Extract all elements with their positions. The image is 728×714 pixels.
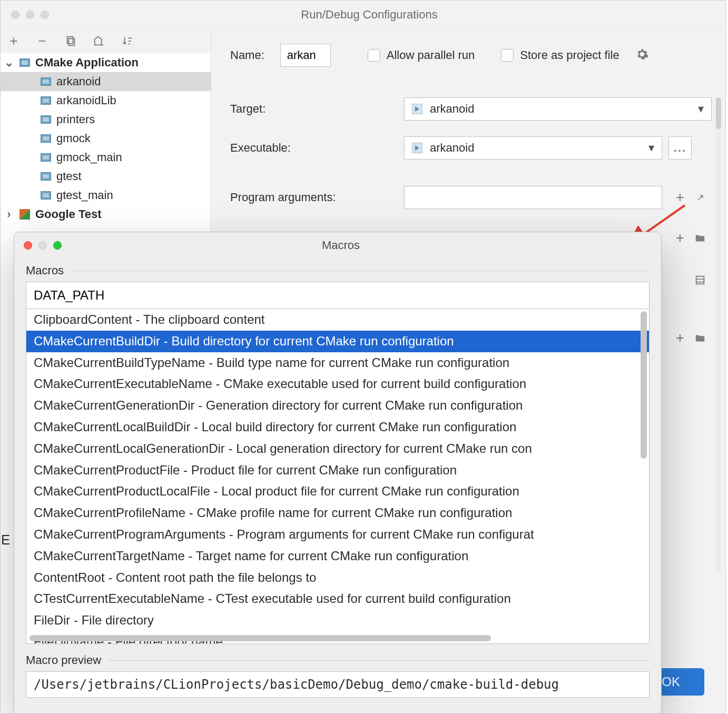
config-icon <box>41 172 51 181</box>
chevron-right-icon: › <box>4 207 14 221</box>
gear-icon[interactable] <box>635 47 649 64</box>
window-controls <box>11 11 49 19</box>
browse-folder-button-2[interactable] <box>688 326 712 350</box>
target-select[interactable]: arkanoid ▾ <box>404 97 712 121</box>
target-label: Target: <box>230 102 404 116</box>
tree-group-label: Google Test <box>35 207 102 221</box>
fg-titlebar: Macros <box>14 232 661 259</box>
macro-list-item[interactable]: ContentRoot - Content root path the file… <box>26 567 649 589</box>
config-icon <box>41 115 51 124</box>
browse-executable-button[interactable]: ... <box>668 136 692 160</box>
chevron-down-icon: ⌄ <box>4 56 14 70</box>
tree-item-arkanoidLib[interactable]: arkanoidLib <box>1 91 211 110</box>
tree-item-gtest_main[interactable]: gtest_main <box>1 186 211 205</box>
tree-group-label: CMake Application <box>35 56 139 70</box>
macro-preview-value: /Users/jetbrains/CLionProjects/basicDemo… <box>26 671 650 698</box>
macro-search-input[interactable] <box>26 282 650 309</box>
config-icon <box>41 191 51 200</box>
program-arguments-input[interactable] <box>404 186 662 209</box>
add-config-icon[interactable] <box>7 34 21 48</box>
copy-config-icon[interactable] <box>64 34 77 48</box>
chevron-down-icon: ▾ <box>698 102 704 116</box>
sidebar-toolbar <box>1 29 211 53</box>
macro-list-item[interactable]: CMakeCurrentBuildDir - Build directory f… <box>26 331 649 352</box>
macros-list[interactable]: ClipboardContent - The clipboard content… <box>26 309 650 644</box>
remove-config-icon[interactable] <box>35 34 49 48</box>
macro-list-item[interactable]: CMakeCurrentExecutableName - CMake execu… <box>26 373 649 395</box>
name-label: Name: <box>230 48 264 62</box>
tree-item-label: printers <box>56 113 95 126</box>
config-icon <box>41 77 51 86</box>
tree-group-cmake[interactable]: ⌄ CMake Application <box>1 53 211 72</box>
config-icon <box>41 153 51 162</box>
svg-rect-0 <box>67 37 73 44</box>
tree-item-label: gmock_main <box>56 151 122 164</box>
tree-item-label: arkanoid <box>56 75 101 88</box>
browse-folder-button[interactable] <box>688 226 712 250</box>
tree-item-label: gtest <box>56 170 82 183</box>
tree-item-gmock[interactable]: gmock <box>1 129 211 148</box>
macro-list-item[interactable]: CTestCurrentExecutableName - CTest execu… <box>26 588 649 610</box>
executable-label: Executable: <box>230 141 404 155</box>
name-input[interactable] <box>280 44 331 67</box>
macro-preview-label: Macro preview <box>26 653 650 667</box>
tree-item-arkanoid[interactable]: arkanoid <box>1 72 211 91</box>
bg-titlebar: Run/Debug Configurations <box>1 1 725 29</box>
macro-list-item[interactable]: CMakeCurrentBuildTypeName - Build type n… <box>26 352 649 374</box>
macro-list-item[interactable]: ClipboardContent - The clipboard content <box>26 309 649 331</box>
window-title: Run/Debug Configurations <box>55 8 683 22</box>
macro-list-item[interactable]: CMakeCurrentLocalBuildDir - Local build … <box>26 417 649 438</box>
tree-item-label: gmock <box>56 132 91 145</box>
minimize-window-icon[interactable] <box>26 11 34 19</box>
executable-value: arkanoid <box>430 141 474 155</box>
macro-list-item[interactable]: CMakeCurrentProgramArguments - Program a… <box>26 524 649 546</box>
minimize-window-icon[interactable] <box>38 241 47 250</box>
svg-rect-2 <box>696 276 704 284</box>
sort-config-icon[interactable] <box>121 34 134 48</box>
window-controls <box>24 241 62 250</box>
checkbox-icon <box>501 49 514 62</box>
env-vars-button[interactable] <box>688 269 712 292</box>
checkbox-label: Allow parallel run <box>387 48 475 62</box>
target-icon <box>412 104 422 114</box>
store-as-project-file-checkbox[interactable]: Store as project file <box>501 48 619 62</box>
cmake-app-icon <box>19 58 30 67</box>
tree-group-gtest[interactable]: › Google Test <box>1 205 211 224</box>
executable-icon <box>412 143 422 153</box>
close-window-icon[interactable] <box>11 11 19 19</box>
tree-item-gtest[interactable]: gtest <box>1 167 211 186</box>
macros-section-label: Macros <box>26 264 650 277</box>
close-window-icon[interactable] <box>24 241 32 250</box>
target-value: arkanoid <box>430 102 474 116</box>
vertical-scrollbar[interactable] <box>641 311 647 459</box>
macro-list-item[interactable]: CMakeCurrentProductLocalFile - Local pro… <box>26 481 649 502</box>
macro-list-item[interactable]: CMakeCurrentLocalGenerationDir - Local g… <box>26 438 649 460</box>
tree-item-printers[interactable]: printers <box>1 110 211 129</box>
macros-window: Macros Macros ClipboardContent - The cli… <box>14 232 662 714</box>
macro-list-item[interactable]: FileDir - File directory <box>26 610 649 631</box>
macro-list-item[interactable]: CMakeCurrentTargetName - Target name for… <box>26 546 649 567</box>
tree-item-label: gtest_main <box>56 189 113 202</box>
chevron-down-icon: ▾ <box>648 141 654 155</box>
vertical-scrollbar[interactable] <box>716 97 721 571</box>
tree-item-label: arkanoidLib <box>56 94 116 107</box>
macro-list-item[interactable]: CMakeCurrentProductFile - Product file f… <box>26 460 649 481</box>
tree-item-gmock_main[interactable]: gmock_main <box>1 148 211 167</box>
horizontal-scrollbar[interactable] <box>29 635 491 641</box>
executable-select[interactable]: arkanoid ▾ <box>404 136 662 160</box>
configurations-tree[interactable]: ⌄ CMake Application arkanoidarkanoidLibp… <box>1 53 211 224</box>
macro-list-item[interactable]: CMakeCurrentGenerationDir - Generation d… <box>26 395 649 417</box>
expand-field-button[interactable]: ↗ <box>688 186 712 209</box>
zoom-window-icon[interactable] <box>53 241 62 250</box>
zoom-window-icon[interactable] <box>41 11 49 19</box>
cutoff-letter: E <box>1 532 10 548</box>
allow-parallel-run-checkbox[interactable]: Allow parallel run <box>368 48 475 62</box>
program-arguments-label: Program arguments: <box>230 191 404 204</box>
svg-rect-1 <box>68 38 74 45</box>
macro-list-item[interactable]: CMakeCurrentProfileName - CMake profile … <box>26 502 649 524</box>
config-icon <box>41 134 51 143</box>
google-test-icon <box>19 209 30 220</box>
save-config-icon[interactable] <box>92 34 106 48</box>
checkbox-label: Store as project file <box>520 48 619 62</box>
checkbox-icon <box>368 49 380 62</box>
